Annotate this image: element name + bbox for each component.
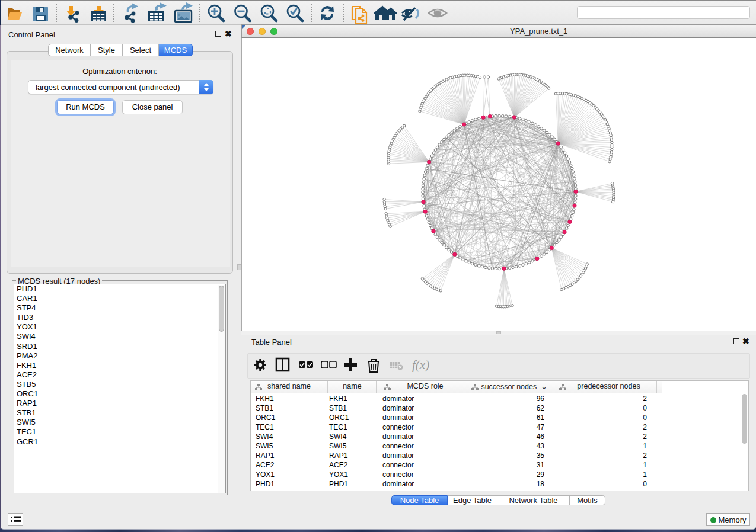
svg-text:f(x): f(x) <box>412 358 429 372</box>
